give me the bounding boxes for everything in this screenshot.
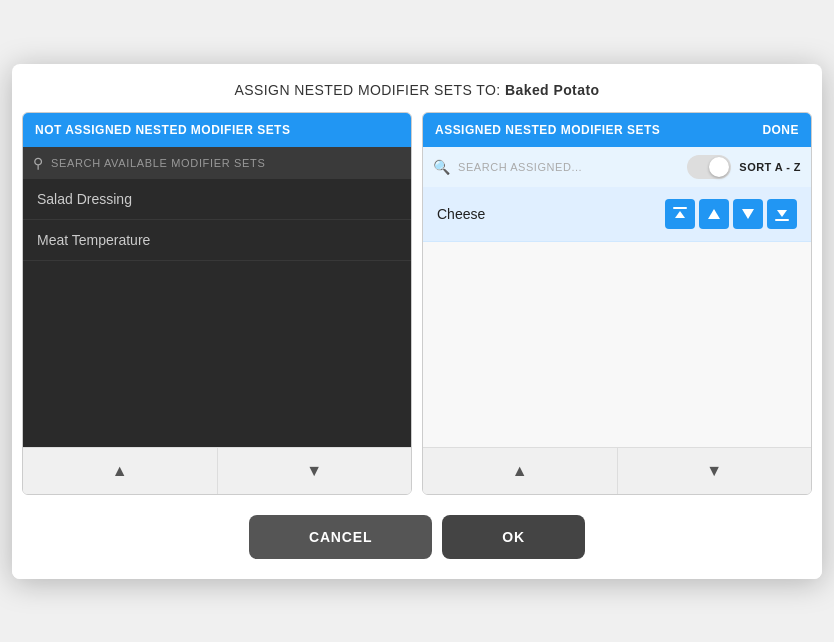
item-move-bottom-button[interactable]: [767, 199, 797, 229]
right-panel-list: Cheese: [423, 187, 811, 447]
svg-marker-2: [708, 209, 720, 219]
modal-title: ASSIGN NESTED MODIFIER SETS TO: Baked Po…: [12, 64, 822, 112]
sort-toggle[interactable]: [687, 155, 731, 179]
assigned-list-item[interactable]: Cheese: [423, 187, 811, 242]
left-search-input[interactable]: [51, 157, 401, 169]
left-search-bar: ⚲: [23, 147, 411, 179]
right-panel-footer: ▲ ▼: [423, 447, 811, 494]
modal-footer: CANCEL OK: [12, 495, 822, 579]
left-scroll-up-button[interactable]: ▲: [23, 448, 218, 494]
assigned-item-label: Cheese: [437, 206, 485, 222]
right-search-input[interactable]: [458, 161, 679, 173]
right-scroll-up-button[interactable]: ▲: [423, 448, 618, 494]
item-move-up-button[interactable]: [699, 199, 729, 229]
right-panel-title: ASSIGNED NESTED MODIFIER SETS: [435, 123, 660, 137]
right-panel: ASSIGNED NESTED MODIFIER SETS DONE 🔍 SOR…: [422, 112, 812, 495]
right-scroll-down-button[interactable]: ▼: [618, 448, 812, 494]
svg-marker-5: [777, 210, 787, 217]
left-scroll-down-button[interactable]: ▼: [218, 448, 412, 494]
item-move-down-button[interactable]: [733, 199, 763, 229]
sort-toggle-wrap: SORT A - Z: [687, 155, 801, 179]
left-panel: NOT ASSIGNED NESTED MODIFIER SETS ⚲ Sala…: [22, 112, 412, 495]
right-search-icon: 🔍: [433, 159, 450, 175]
list-item[interactable]: Salad Dressing: [23, 179, 411, 220]
right-panel-header: ASSIGNED NESTED MODIFIER SETS DONE: [423, 113, 811, 147]
item-controls: [665, 199, 797, 229]
left-panel-footer: ▲ ▼: [23, 447, 411, 494]
svg-marker-1: [675, 211, 685, 218]
ok-button[interactable]: OK: [442, 515, 585, 559]
panels-row: NOT ASSIGNED NESTED MODIFIER SETS ⚲ Sala…: [12, 112, 822, 495]
cancel-button[interactable]: CANCEL: [249, 515, 432, 559]
modal-item-name: Baked Potato: [505, 82, 600, 98]
svg-marker-3: [742, 209, 754, 219]
left-panel-title: NOT ASSIGNED NESTED MODIFIER SETS: [35, 123, 290, 137]
sort-label: SORT A - Z: [739, 161, 801, 173]
done-button[interactable]: DONE: [762, 123, 799, 137]
svg-rect-4: [775, 219, 789, 221]
right-search-bar: 🔍 SORT A - Z: [423, 147, 811, 187]
left-panel-list: Salad Dressing Meat Temperature: [23, 179, 411, 447]
modal-container: ASSIGN NESTED MODIFIER SETS TO: Baked Po…: [12, 64, 822, 579]
list-item[interactable]: Meat Temperature: [23, 220, 411, 261]
toggle-knob: [709, 157, 729, 177]
item-move-top-button[interactable]: [665, 199, 695, 229]
left-panel-header: NOT ASSIGNED NESTED MODIFIER SETS: [23, 113, 411, 147]
svg-rect-0: [673, 207, 687, 209]
left-search-icon: ⚲: [33, 155, 43, 171]
